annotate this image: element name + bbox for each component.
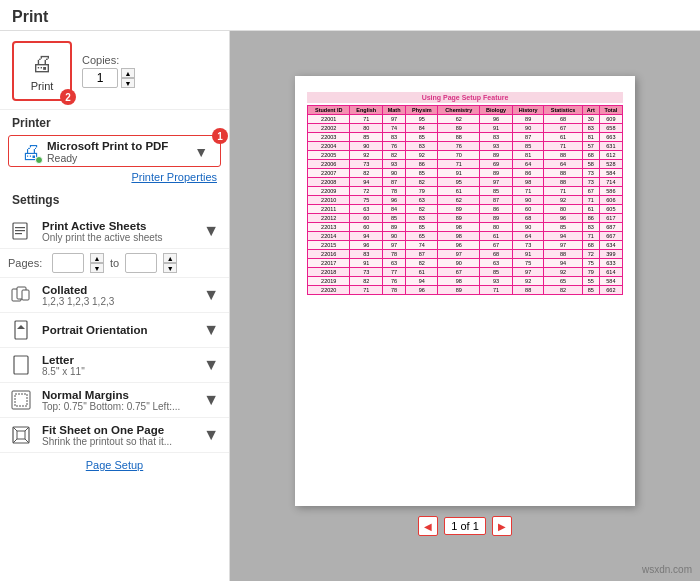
preview-table-cell: 75 bbox=[350, 196, 383, 205]
preview-table-cell: 60 bbox=[513, 205, 544, 214]
preview-table-cell: 61 bbox=[438, 187, 480, 196]
preview-table-cell: 85 bbox=[582, 286, 599, 295]
paper-subtitle: 8.5" x 11" bbox=[42, 366, 195, 377]
pages-from-increment[interactable]: ▲ bbox=[90, 253, 104, 263]
copies-increment[interactable]: ▲ bbox=[121, 68, 135, 78]
pages-to-increment[interactable]: ▲ bbox=[163, 253, 177, 263]
preview-table-cell: 85 bbox=[406, 223, 438, 232]
preview-table-cell: 81 bbox=[582, 133, 599, 142]
preview-table-cell: 91 bbox=[350, 259, 383, 268]
main-container: 🖨 Print 2 Copies: ▲ ▼ Printer 🖨 bbox=[0, 31, 700, 581]
preview-table-cell: 22008 bbox=[308, 178, 350, 187]
preview-table-row: 220107596636287909271606 bbox=[308, 196, 623, 205]
pages-to-decrement[interactable]: ▼ bbox=[163, 263, 177, 273]
preview-table-cell: 90 bbox=[350, 142, 383, 151]
setting-orientation[interactable]: Portrait Orientation ▼ bbox=[0, 313, 229, 348]
total-pages: of 1 bbox=[460, 520, 478, 532]
setting-paper[interactable]: Letter 8.5" x 11" ▼ bbox=[0, 348, 229, 383]
printer-dropdown-button[interactable]: ▼ bbox=[194, 144, 208, 160]
svg-rect-1 bbox=[15, 227, 25, 228]
preview-table-cell: 71 bbox=[350, 115, 383, 124]
next-page-button[interactable]: ▶ bbox=[492, 516, 512, 536]
preview-table-row: 220126085838989689686617 bbox=[308, 214, 623, 223]
preview-table-row: 220028074848991906783658 bbox=[308, 124, 623, 133]
fit-text: Fit Sheet on One Page Shrink the printou… bbox=[42, 424, 195, 447]
preview-table-cell: 88 bbox=[544, 178, 583, 187]
preview-table-cell: 22011 bbox=[308, 205, 350, 214]
setting-collated[interactable]: Collated 1,2,3 1,2,3 1,2,3 ▼ bbox=[0, 278, 229, 313]
preview-table-cell: 687 bbox=[599, 223, 622, 232]
orientation-dropdown[interactable]: ▼ bbox=[203, 321, 219, 339]
preview-table-cell: 61 bbox=[406, 268, 438, 277]
preview-table-cell: 98 bbox=[438, 223, 480, 232]
copies-section: Copies: ▲ ▼ bbox=[82, 54, 135, 88]
preview-table-header-cell: History bbox=[513, 106, 544, 115]
preview-table-cell: 90 bbox=[438, 259, 480, 268]
active-sheets-subtitle: Only print the active sheets bbox=[42, 232, 195, 243]
preview-table-header: Student IDEnglishMathPhysimChemistryBiol… bbox=[308, 106, 623, 115]
preview-table-cell: 83 bbox=[382, 133, 405, 142]
preview-table-row: 220017197956296896830609 bbox=[308, 115, 623, 124]
preview-table-cell: 88 bbox=[544, 151, 583, 160]
right-panel: Using Page Setup Feature Student IDEngli… bbox=[230, 31, 700, 581]
svg-rect-6 bbox=[22, 290, 29, 300]
pages-from-input[interactable] bbox=[52, 253, 84, 273]
preview-table-row: 220207178968971888285662 bbox=[308, 286, 623, 295]
preview-table-cell: 65 bbox=[406, 232, 438, 241]
preview-table-cell: 89 bbox=[438, 124, 480, 133]
preview-table-cell: 62 bbox=[438, 115, 480, 124]
fit-dropdown[interactable]: ▼ bbox=[203, 426, 219, 444]
preview-table-cell: 86 bbox=[513, 169, 544, 178]
preview-table-cell: 71 bbox=[350, 286, 383, 295]
printer-icon: 🖨 bbox=[31, 51, 53, 77]
prev-page-button[interactable]: ◀ bbox=[418, 516, 438, 536]
preview-table-cell: 97 bbox=[480, 178, 513, 187]
preview-table-cell: 22001 bbox=[308, 115, 350, 124]
collated-dropdown[interactable]: ▼ bbox=[203, 286, 219, 304]
margins-dropdown[interactable]: ▼ bbox=[203, 391, 219, 409]
copies-decrement[interactable]: ▼ bbox=[121, 78, 135, 88]
preview-table-cell: 22005 bbox=[308, 151, 350, 160]
preview-table-cell: 74 bbox=[406, 241, 438, 250]
preview-bottom-bar: ◀ 1 of 1 ▶ bbox=[418, 516, 512, 536]
pages-to-label: to bbox=[110, 257, 119, 269]
preview-table-cell: 92 bbox=[513, 277, 544, 286]
preview-table-cell: 612 bbox=[599, 151, 622, 160]
copies-input[interactable] bbox=[82, 68, 118, 88]
preview-table-cell: 85 bbox=[480, 187, 513, 196]
preview-table-header-cell: English bbox=[350, 106, 383, 115]
preview-table-cell: 69 bbox=[480, 160, 513, 169]
preview-table-row: 220179163829063759475633 bbox=[308, 259, 623, 268]
margins-text: Normal Margins Top: 0.75" Bottom: 0.75" … bbox=[42, 389, 195, 412]
page-setup-link[interactable]: Page Setup bbox=[0, 453, 229, 473]
preview-table-cell: 89 bbox=[513, 115, 544, 124]
paper-dropdown[interactable]: ▼ bbox=[203, 356, 219, 374]
printer-properties-link[interactable]: Printer Properties bbox=[0, 169, 229, 187]
preview-table-cell: 22014 bbox=[308, 232, 350, 241]
preview-table-cell: 528 bbox=[599, 160, 622, 169]
preview-table-cell: 64 bbox=[513, 160, 544, 169]
active-sheets-dropdown[interactable]: ▼ bbox=[203, 222, 219, 240]
preview-table-row: 220067393867169646458528 bbox=[308, 160, 623, 169]
pages-from-decrement[interactable]: ▼ bbox=[90, 263, 104, 273]
print-button[interactable]: 🖨 Print 2 bbox=[12, 41, 72, 101]
preview-table-cell: 89 bbox=[480, 214, 513, 223]
setting-fit[interactable]: Fit Sheet on One Page Shrink the printou… bbox=[0, 418, 229, 453]
pages-to-input[interactable] bbox=[125, 253, 157, 273]
preview-table-cell: 68 bbox=[582, 151, 599, 160]
printer-row[interactable]: 🖨 Microsoft Print to PDF Ready ▼ 1 bbox=[8, 135, 221, 167]
letter-icon bbox=[8, 352, 34, 378]
setting-margins[interactable]: Normal Margins Top: 0.75" Bottom: 0.75" … bbox=[0, 383, 229, 418]
preview-table-cell: 586 bbox=[599, 187, 622, 196]
preview-table-cell: 22019 bbox=[308, 277, 350, 286]
preview-table-cell: 82 bbox=[406, 178, 438, 187]
preview-table-cell: 62 bbox=[438, 196, 480, 205]
preview-table-cell: 61 bbox=[544, 133, 583, 142]
preview-table-cell: 76 bbox=[438, 142, 480, 151]
watermark: wsxdn.com bbox=[642, 564, 692, 575]
preview-table-cell: 73 bbox=[350, 160, 383, 169]
setting-active-sheets[interactable]: Print Active Sheets Only print the activ… bbox=[0, 214, 229, 249]
preview-table-cell: 78 bbox=[382, 250, 405, 259]
preview-table-cell: 609 bbox=[599, 115, 622, 124]
preview-table-cell: 91 bbox=[480, 124, 513, 133]
